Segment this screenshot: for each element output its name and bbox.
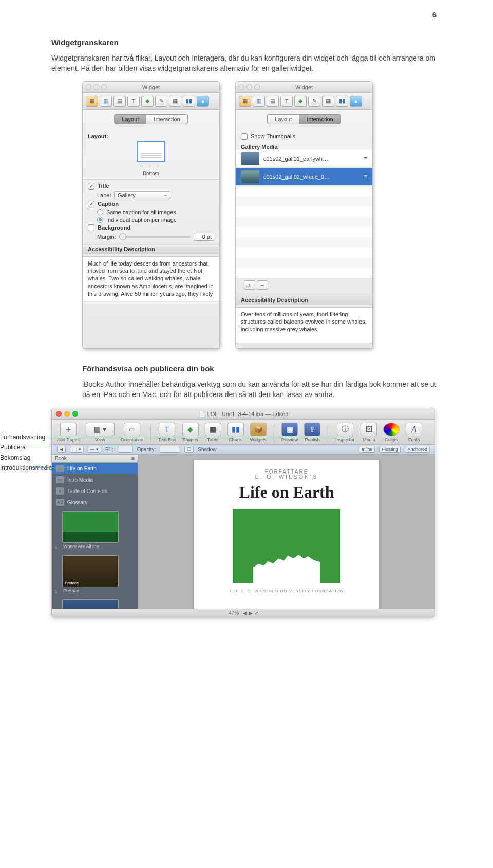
media-thumb-icon (241, 152, 259, 165)
tab-icon-layout[interactable]: ▥ (253, 96, 265, 107)
remove-media-button[interactable]: − (257, 280, 268, 290)
wrap-floating[interactable]: Floating (379, 446, 401, 453)
caption-label: Caption (98, 201, 119, 207)
tb-textbox[interactable]: TText Box (158, 423, 176, 442)
callout-intro: Introduktionsmedier (0, 464, 49, 471)
stroke-dropdown[interactable]: ― ▾ (88, 446, 102, 453)
zoom-value[interactable]: 47% (229, 610, 239, 616)
inspector-toolbar[interactable]: ▦ ▥ ▤ T ◆ ✎ ▦ ▮▮ ● (83, 93, 219, 110)
callout-cover: Bokomslag (0, 454, 49, 461)
tab-icon-wrap[interactable]: ▤ (267, 96, 279, 107)
author-name: E. O. WILSON'S (210, 474, 364, 480)
drag-grip-icon[interactable]: ≡ (364, 173, 367, 180)
canvas[interactable]: FÖRFATTARE E. O. WILSON'S Life on Earth … (138, 455, 435, 609)
tb-media[interactable]: 🖾Media (361, 423, 377, 442)
drag-grip-icon[interactable]: ≡ (364, 155, 367, 162)
tb-widgets[interactable]: 📦Widgets (250, 423, 267, 442)
tb-colors[interactable]: Colors (383, 423, 400, 442)
caption-opt-all: Same caption for all images (106, 209, 176, 215)
tab-icon-wrap[interactable]: ▤ (113, 96, 126, 107)
tb-publish[interactable]: ⇪Publish (304, 423, 320, 442)
tab-icon-doc[interactable]: ▦ (86, 96, 98, 107)
book-title: Life on Earth (210, 483, 364, 502)
access-description[interactable]: Over tens of millions of years, food-fil… (236, 307, 372, 343)
inspector-toolbar[interactable]: ▦ ▥ ▤ T ◆ ✎ ▦ ▮▮ ● (236, 93, 372, 110)
media-item[interactable]: c01s02_gall01_earlywh… ≡ (236, 150, 372, 168)
tb-orientation[interactable]: ▭Orientation (121, 423, 143, 442)
tab-icon-table[interactable]: ▦ (169, 96, 181, 107)
tb-table[interactable]: ▦Table (205, 423, 221, 442)
callout-line (28, 446, 370, 446)
media-item-selected[interactable]: c01s02_gall02_whale_0… ≡ (236, 168, 372, 186)
fill-well[interactable] (118, 446, 133, 453)
label-select[interactable]: Gallery (114, 191, 170, 199)
tb-inspector[interactable]: ⓘInspector (335, 423, 354, 442)
tab-icon-table[interactable]: ▦ (322, 96, 334, 107)
section2-body: iBooks Author innehåller behändiga verkt… (82, 379, 442, 400)
traffic-lights[interactable] (86, 84, 107, 90)
tab-icon-link[interactable]: ● (350, 96, 362, 107)
section2-heading: Förhandsvisa och publicera din bok (82, 364, 442, 373)
zoom-controls[interactable]: ◀ ▶ ⤢ (243, 610, 258, 616)
book-icon: ▭ (56, 465, 64, 472)
tab-icon-chart[interactable]: ▮▮ (183, 96, 195, 107)
sidebar-menu-icon[interactable]: ≡ (131, 456, 135, 461)
style-dropdown[interactable]: ⬚ ▾ (70, 446, 84, 453)
layout-label: Layout: (88, 133, 108, 139)
media-item-label: c01s02_gall02_whale_0… (263, 174, 330, 180)
access-description[interactable]: Much of life today descends from ancesto… (83, 256, 219, 301)
layout-style-thumb[interactable] (137, 141, 165, 162)
sidebar-item-toc[interactable]: ≡Table of Contents (52, 485, 138, 497)
tab-icon-text[interactable]: T (127, 96, 140, 107)
callout-labels: Förhandsvisning Publicera Bokomslag Intr… (0, 433, 49, 475)
tab-icon-graphic[interactable]: ◆ (141, 96, 154, 107)
tab-layout[interactable]: Layout (267, 114, 299, 124)
tab-icon-metrics[interactable]: ✎ (308, 96, 320, 107)
sidebar-thumb[interactable] (62, 511, 119, 543)
tb-preview[interactable]: ▣Preview (281, 423, 298, 442)
sidebar-item-cover[interactable]: ▭Life on Earth (52, 463, 138, 474)
tab-icon-chart[interactable]: ▮▮ (336, 96, 348, 107)
shadow-check[interactable]: ☐ (184, 446, 194, 453)
tab-icon-graphic[interactable]: ◆ (294, 96, 307, 107)
tab-icon-text[interactable]: T (280, 96, 293, 107)
tab-interaction[interactable]: Interaction (146, 114, 187, 124)
media-list-blank (236, 186, 372, 278)
tab-icon-link[interactable]: ● (197, 96, 209, 107)
sidebar-mode[interactable]: Book (55, 456, 131, 461)
add-media-button[interactable]: + (244, 280, 255, 290)
sidebar-item-glossary[interactable]: A-ZGlossary (52, 497, 138, 508)
tab-interaction[interactable]: Interaction (299, 114, 340, 124)
tb-add-pages[interactable]: ＋Add Pages (57, 423, 80, 442)
tab-icon-layout[interactable]: ▥ (100, 96, 112, 107)
wrap-anchored[interactable]: Anchored (405, 446, 430, 453)
caption-checkbox[interactable]: ✓ (88, 201, 94, 207)
sidebar-thumb[interactable]: What is Life? (62, 599, 119, 609)
tb-fonts[interactable]: AFonts (406, 423, 422, 442)
panel-titlebar: Widget (83, 82, 219, 93)
thumbnails-checkbox[interactable] (241, 133, 248, 140)
callout-line (32, 467, 69, 468)
tb-shapes[interactable]: ◆Shapes (182, 423, 199, 442)
widget-inspector-layout: Widget ▦ ▥ ▤ T ◆ ✎ ▦ ▮▮ ● Layout Interac… (82, 81, 220, 349)
caption-radio-all[interactable] (97, 209, 103, 215)
title-checkbox[interactable]: ✓ (88, 183, 94, 190)
sidebar-item-intro[interactable]: ▭Intro Media (52, 474, 138, 485)
tab-icon-doc[interactable]: ▦ (239, 96, 251, 107)
margin-slider[interactable] (119, 236, 191, 238)
wrap-inline[interactable]: Inline (359, 446, 375, 453)
tab-layout[interactable]: Layout (114, 114, 146, 124)
background-checkbox[interactable] (88, 224, 94, 231)
nav-back[interactable]: ◀ (57, 446, 66, 453)
sidebar-thumb[interactable]: Preface (62, 555, 119, 587)
traffic-lights[interactable] (56, 411, 78, 417)
traffic-lights[interactable] (239, 84, 260, 90)
tab-icon-metrics[interactable]: ✎ (155, 96, 167, 107)
tb-view[interactable]: ▦ ▾View (86, 423, 115, 442)
tb-charts[interactable]: ▮▮Charts (227, 423, 244, 442)
callout-line (56, 478, 69, 478)
caption-radio-each[interactable] (97, 217, 103, 223)
layout-style-label: Bottom (88, 171, 214, 176)
opacity-field[interactable] (160, 446, 180, 453)
margin-value[interactable]: 0 pt (194, 233, 214, 241)
